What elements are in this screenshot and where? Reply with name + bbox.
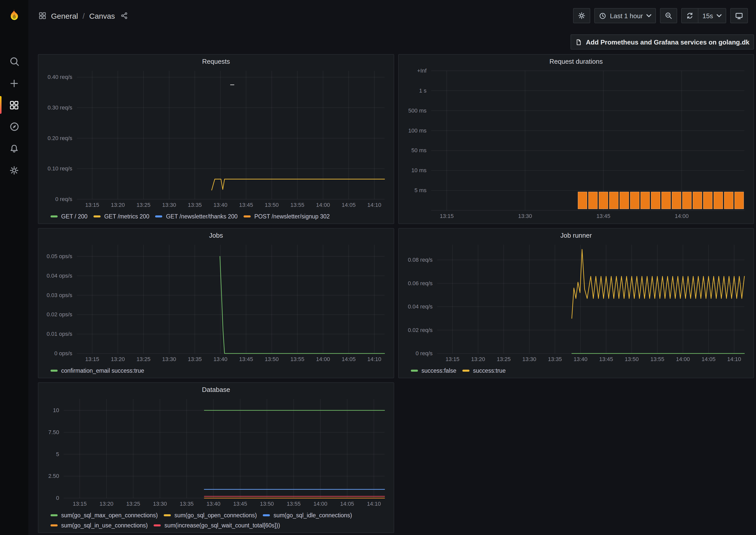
sidebar-item-dashboards[interactable] bbox=[0, 94, 28, 116]
kiosk-mode-button[interactable] bbox=[730, 8, 748, 23]
sidebar-item-explore[interactable] bbox=[0, 116, 28, 138]
svg-text:14:05: 14:05 bbox=[340, 501, 354, 507]
svg-text:14:05: 14:05 bbox=[702, 356, 716, 362]
legend-item[interactable]: GET /newsletter/thanks 200 bbox=[155, 211, 237, 221]
svg-text:1 s: 1 s bbox=[419, 88, 426, 94]
svg-text:100 ms: 100 ms bbox=[408, 127, 426, 134]
panel-title-job-runner[interactable]: Job runner bbox=[399, 229, 753, 242]
svg-text:13:30: 13:30 bbox=[518, 213, 532, 219]
legend-item[interactable]: POST /newsletter/signup 302 bbox=[244, 211, 330, 221]
legend-item[interactable]: sum(increase(go_sql_wait_count_total[60s… bbox=[154, 520, 280, 530]
add-services-link[interactable]: Add Prometheus and Grafana services on g… bbox=[571, 34, 754, 49]
requests-chart[interactable]: 13:1513:2013:2513:3013:3513:4013:4513:50… bbox=[41, 68, 391, 209]
sidebar-item-configuration[interactable] bbox=[0, 159, 28, 181]
legend-item[interactable]: sum(go_sql_in_use_connections) bbox=[50, 520, 148, 530]
svg-text:13:50: 13:50 bbox=[260, 501, 274, 507]
dashboard-settings-button[interactable] bbox=[573, 8, 590, 23]
svg-text:13:50: 13:50 bbox=[265, 202, 279, 208]
legend-series-label: success:false bbox=[421, 368, 456, 374]
svg-text:0.02 ops/s: 0.02 ops/s bbox=[46, 311, 72, 318]
legend-item[interactable]: success:false bbox=[411, 366, 456, 376]
jobs-chart[interactable]: 13:1513:2013:2513:3013:3513:4013:4513:50… bbox=[41, 242, 391, 364]
svg-text:13:50: 13:50 bbox=[625, 356, 639, 362]
dashboard-icon bbox=[39, 12, 46, 20]
svg-text:13:40: 13:40 bbox=[574, 356, 587, 362]
sidebar-item-create[interactable] bbox=[0, 72, 28, 94]
svg-text:13:15: 13:15 bbox=[73, 501, 87, 507]
breadcrumb-section[interactable]: General bbox=[51, 12, 78, 20]
legend-item[interactable]: sum(go_sql_max_open_connections) bbox=[50, 510, 158, 520]
legend-item[interactable]: sum(go_sql_idle_connections) bbox=[263, 510, 352, 520]
legend-series-label: POST /newsletter/signup 302 bbox=[254, 213, 330, 219]
svg-text:13:15: 13:15 bbox=[85, 202, 99, 208]
svg-text:13:40: 13:40 bbox=[213, 202, 228, 208]
panel-title-request-durations[interactable]: Request durations bbox=[399, 55, 753, 68]
time-range-picker[interactable]: Last 1 hour bbox=[594, 8, 656, 23]
refresh-interval-button[interactable]: 15s bbox=[698, 8, 726, 23]
svg-text:14:10: 14:10 bbox=[727, 356, 741, 362]
svg-text:14:10: 14:10 bbox=[367, 501, 381, 507]
legend-series-swatch bbox=[155, 215, 162, 217]
refresh-button[interactable] bbox=[681, 8, 698, 23]
legend-item[interactable]: confirmation_email success:true bbox=[50, 366, 144, 376]
svg-text:13:45: 13:45 bbox=[239, 356, 253, 362]
panel-job-runner: Job runner 13:1513:2013:2513:3013:3513:4… bbox=[398, 228, 754, 378]
svg-text:50 ms: 50 ms bbox=[411, 147, 426, 154]
database-chart[interactable]: 13:1513:2013:2513:3013:3513:4013:4513:50… bbox=[41, 396, 391, 508]
svg-text:0.30 req/s: 0.30 req/s bbox=[47, 104, 72, 111]
svg-text:13:55: 13:55 bbox=[650, 356, 664, 362]
svg-text:13:55: 13:55 bbox=[290, 356, 304, 362]
zoom-out-button[interactable] bbox=[660, 8, 677, 23]
top-bar: General / Canvas Last 1 ho bbox=[28, 0, 756, 31]
panel-title-database[interactable]: Database bbox=[39, 383, 394, 396]
svg-text:14:00: 14:00 bbox=[676, 356, 690, 362]
legend-series-label: confirmation_email success:true bbox=[61, 368, 144, 374]
panel-title-requests[interactable]: Requests bbox=[39, 55, 394, 68]
svg-text:13:35: 13:35 bbox=[548, 356, 562, 362]
grafana-dashboard: General / Canvas Last 1 ho bbox=[0, 0, 756, 535]
svg-text:14:10: 14:10 bbox=[367, 202, 381, 208]
legend-series-swatch bbox=[50, 215, 58, 217]
share-dashboard-button[interactable] bbox=[120, 11, 130, 21]
legend-series-label: sum(go_sql_max_open_connections) bbox=[61, 512, 158, 518]
sidebar bbox=[0, 0, 28, 535]
breadcrumb-page[interactable]: Canvas bbox=[89, 12, 115, 20]
dashboards-grid-icon bbox=[9, 100, 19, 110]
legend-series-swatch bbox=[94, 215, 100, 217]
document-icon bbox=[575, 38, 582, 46]
request-durations-heatmap[interactable]: 13:1513:3013:4514:00+Inf1 s500 ms100 ms5… bbox=[402, 68, 750, 220]
sidebar-item-search[interactable] bbox=[0, 50, 28, 72]
refresh-picker: 15s bbox=[681, 8, 726, 23]
dashboard-toolbar: Last 1 hour 15s bbox=[573, 8, 748, 23]
plus-icon bbox=[9, 78, 19, 88]
panel-title-jobs[interactable]: Jobs bbox=[39, 229, 394, 242]
svg-text:13:20: 13:20 bbox=[111, 202, 125, 208]
time-range-label: Last 1 hour bbox=[610, 12, 643, 19]
svg-text:13:50: 13:50 bbox=[265, 356, 279, 362]
sidebar-item-alerting[interactable] bbox=[0, 138, 28, 159]
legend-series-swatch bbox=[462, 370, 470, 372]
legend-series-swatch bbox=[154, 524, 161, 526]
legend-item[interactable]: GET /metrics 200 bbox=[94, 211, 149, 221]
legend-series-label: success:true bbox=[473, 368, 506, 374]
refresh-icon bbox=[686, 12, 694, 20]
svg-text:13:45: 13:45 bbox=[233, 501, 247, 507]
chevron-down-icon bbox=[716, 14, 722, 17]
svg-text:0.03 ops/s: 0.03 ops/s bbox=[46, 292, 72, 298]
panel-jobs: Jobs 13:1513:2013:2513:3013:3513:4013:45… bbox=[38, 228, 394, 378]
legend-item[interactable]: sum(go_sql_open_connections) bbox=[164, 510, 257, 520]
svg-text:13:15: 13:15 bbox=[446, 356, 459, 362]
legend-item[interactable]: GET / 200 bbox=[50, 211, 88, 221]
legend-item[interactable]: success:true bbox=[462, 366, 506, 376]
svg-text:0.40 req/s: 0.40 req/s bbox=[47, 74, 72, 80]
grafana-logo[interactable] bbox=[0, 0, 28, 31]
svg-text:13:45: 13:45 bbox=[599, 356, 613, 362]
svg-text:14:10: 14:10 bbox=[367, 356, 381, 362]
zoom-out-icon bbox=[664, 12, 673, 20]
legend-series-label: sum(go_sql_idle_connections) bbox=[273, 512, 352, 518]
legend-series-swatch bbox=[50, 524, 58, 526]
svg-text:14:00: 14:00 bbox=[313, 501, 327, 507]
legend-series-swatch bbox=[263, 514, 270, 516]
job-runner-chart[interactable]: 13:1513:2013:2513:3013:3513:4013:4513:50… bbox=[402, 242, 750, 364]
svg-text:10: 10 bbox=[53, 407, 59, 413]
